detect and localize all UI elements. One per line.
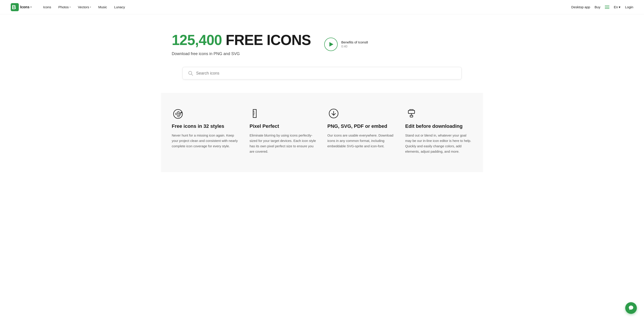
search-icon [188, 71, 193, 76]
ruler-icon [250, 107, 262, 120]
hamburger-icon[interactable] [605, 6, 609, 9]
feature-styles: Free icons in 32 styles Never hunt for a… [172, 107, 239, 154]
search-container [172, 67, 472, 80]
play-button[interactable] [324, 38, 338, 51]
language-selector[interactable]: En ▾ [614, 5, 620, 9]
vectors-chevron-icon: ▾ [90, 6, 91, 8]
photos-chevron-icon: ▾ [70, 6, 71, 8]
feature-styles-desc: Never hunt for a missing icon again. Kee… [172, 133, 239, 149]
svg-rect-19 [410, 115, 413, 117]
nav-item-vectors[interactable]: Vectors ▾ [75, 3, 94, 11]
logo[interactable]: B Icons ▾ [11, 3, 32, 11]
video-info: Benefits of Icons8 0:40 [341, 40, 368, 48]
svg-point-8 [178, 115, 179, 117]
nav-item-music[interactable]: Music [96, 3, 110, 11]
header-right: Desktop app Buy En ▾ Login [571, 5, 633, 9]
video-duration: 0:40 [341, 45, 368, 48]
feature-pixel-title: Pixel Perfect [250, 123, 317, 129]
feature-formats: PNG, SVG, PDF or embed Our icons are usa… [327, 107, 394, 154]
svg-line-3 [192, 74, 193, 76]
lang-chevron-icon: ▾ [619, 5, 620, 9]
features-grid: Free icons in 32 styles Never hunt for a… [172, 107, 472, 154]
svg-point-5 [176, 113, 177, 115]
svg-point-9 [180, 112, 182, 113]
hero-subtitle: Download free icons in PNG and SVG [172, 52, 311, 56]
svg-text:B: B [12, 4, 16, 11]
download-icon [327, 107, 340, 120]
search-input[interactable] [196, 71, 456, 76]
feature-styles-title: Free icons in 32 styles [172, 123, 239, 129]
nav-item-icons[interactable]: Icons [40, 3, 54, 11]
play-triangle-icon [330, 42, 334, 47]
hero-content: 125,400 FREE ICONS Download free icons i… [172, 32, 472, 56]
nav-item-lunacy[interactable]: Lunacy [112, 3, 128, 11]
features-section: Free icons in 32 styles Never hunt for a… [161, 93, 483, 172]
main-nav: Icons Photos ▾ Vectors ▾ Music Lunacy [40, 3, 571, 11]
svg-point-6 [178, 112, 179, 113]
logo-chevron-icon: ▾ [30, 6, 32, 8]
feature-pixel-desc: Eliminate blurring by using icons perfec… [250, 133, 317, 154]
nav-item-photos[interactable]: Photos ▾ [56, 3, 74, 11]
buy-link[interactable]: Buy [594, 5, 600, 9]
svg-rect-17 [410, 110, 413, 110]
feature-edit: Edit before downloading Stand out or ble… [405, 107, 472, 154]
hero-headline: 125,400 FREE ICONS [172, 32, 311, 48]
logo-text: Icons ▾ [20, 5, 32, 9]
feature-edit-title: Edit before downloading [405, 123, 472, 129]
feature-formats-desc: Our icons are usable everywhere. Downloa… [327, 133, 394, 149]
svg-rect-10 [253, 110, 256, 118]
hero-section: 125,400 FREE ICONS Download free icons i… [161, 14, 483, 93]
feature-formats-title: PNG, SVG, PDF or embed [327, 123, 394, 129]
feature-edit-desc: Stand out or blend in, whatever your goa… [405, 133, 472, 154]
header: B Icons ▾ Icons Photos ▾ Vectors ▾ Music… [0, 0, 644, 14]
svg-rect-16 [408, 110, 414, 114]
feature-pixel: Pixel Perfect Eliminate blurring by usin… [250, 107, 317, 154]
hero-text: 125,400 FREE ICONS Download free icons i… [172, 32, 311, 56]
hero-title-text: FREE ICONS [226, 32, 311, 48]
desktop-app-link[interactable]: Desktop app [571, 5, 590, 9]
video-title: Benefits of Icons8 [341, 40, 368, 44]
svg-point-7 [179, 113, 181, 115]
search-box [182, 67, 462, 80]
palette-icon [172, 107, 184, 120]
hero-video-promo: Benefits of Icons8 0:40 [324, 38, 368, 51]
login-link[interactable]: Login [625, 5, 633, 9]
language-label: En [614, 5, 618, 9]
svg-point-4 [174, 110, 182, 118]
logo-label: Icons [20, 5, 30, 9]
logo-icon: B [11, 3, 19, 11]
paint-roller-icon [405, 107, 418, 120]
icon-count: 125,400 [172, 32, 222, 48]
